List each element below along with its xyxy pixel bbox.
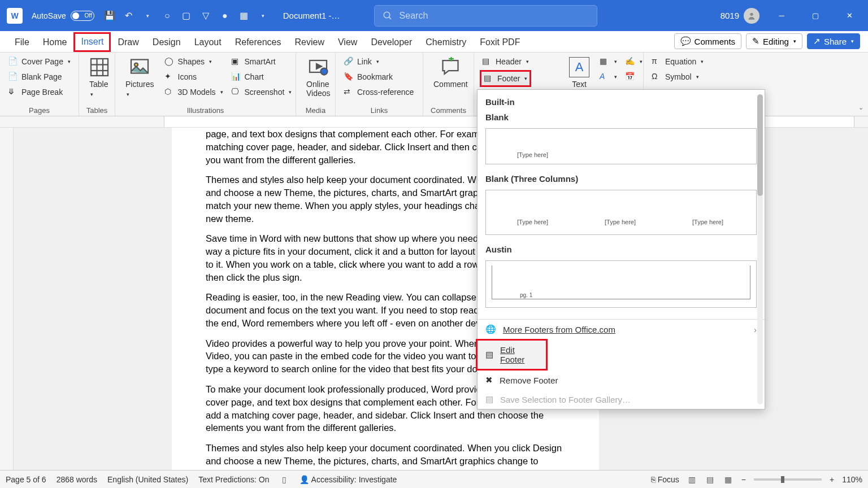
minimize-button[interactable]: ─ bbox=[770, 7, 793, 24]
online-videos-button[interactable]: Online Videos bbox=[302, 55, 335, 100]
record-icon[interactable]: ● bbox=[219, 10, 231, 22]
tab-references[interactable]: References bbox=[228, 34, 288, 52]
editing-mode-button[interactable]: ✎ Editing ▾ bbox=[746, 33, 802, 49]
collapse-ribbon-icon[interactable]: ⌄ bbox=[858, 104, 863, 111]
search-box[interactable]: Search bbox=[374, 5, 597, 27]
screenshot-button[interactable]: 🖵Screenshot▾ bbox=[229, 85, 294, 99]
status-bar: Page 5 of 6 2868 words English (United S… bbox=[0, 470, 868, 488]
document-title: Document1 -… bbox=[283, 11, 340, 20]
date-time-button[interactable]: 📅 bbox=[623, 70, 645, 84]
edit-footer-menu-item[interactable]: ▤Edit Footer bbox=[476, 339, 548, 371]
group-tables-label: Tables bbox=[85, 105, 109, 115]
close-button[interactable]: ✕ bbox=[837, 7, 861, 24]
icons-button[interactable]: ✦Icons bbox=[162, 70, 225, 84]
gallery-item-blank[interactable]: [Type here] bbox=[485, 128, 757, 164]
zoom-out-button[interactable]: − bbox=[741, 475, 746, 484]
status-page[interactable]: Page 5 of 6 bbox=[6, 475, 46, 484]
filter-icon[interactable]: ▽ bbox=[199, 10, 212, 22]
paragraph: Themes and styles also help keep your do… bbox=[206, 442, 565, 470]
qat-icon-2[interactable]: ▦ bbox=[238, 10, 250, 22]
gallery-item-austin[interactable]: pg. 1 bbox=[485, 260, 757, 308]
group-links-label: Links bbox=[341, 105, 417, 115]
save-to-gallery-menu-item: ▤Save Selection to Footer Gallery… bbox=[478, 390, 765, 409]
svg-point-0 bbox=[384, 12, 390, 18]
undo-chevron-icon[interactable]: ▾ bbox=[142, 10, 154, 22]
blank-page-button[interactable]: 📄Blank Page bbox=[6, 70, 73, 84]
share-button[interactable]: ↗ Share ▾ bbox=[807, 33, 860, 49]
search-icon bbox=[383, 11, 393, 21]
comment-button[interactable]: Comment bbox=[429, 55, 472, 91]
remove-footer-menu-item[interactable]: ✖Remove Footer bbox=[478, 371, 765, 390]
tab-file[interactable]: File bbox=[8, 34, 36, 52]
qat-icon-1[interactable]: ▢ bbox=[180, 10, 193, 22]
link-button[interactable]: 🔗Link▾ bbox=[341, 55, 416, 68]
signature-button[interactable]: ✍▾ bbox=[623, 55, 645, 68]
svg-point-2 bbox=[750, 12, 753, 15]
svg-line-1 bbox=[389, 17, 391, 19]
zoom-level[interactable]: 110% bbox=[842, 475, 862, 484]
user-account[interactable]: 8019 bbox=[721, 8, 760, 24]
read-mode-icon[interactable]: ▥ bbox=[687, 474, 697, 485]
tab-developer[interactable]: Developer bbox=[364, 34, 419, 52]
group-comments-label: Comments bbox=[429, 105, 468, 115]
undo-icon[interactable]: ↶ bbox=[123, 10, 135, 22]
svg-rect-3 bbox=[91, 59, 108, 76]
zoom-slider[interactable] bbox=[754, 478, 822, 481]
page-break-button[interactable]: ⤋Page Break bbox=[6, 85, 73, 99]
gallery-heading-builtin: Built-in bbox=[484, 94, 758, 110]
status-word-count[interactable]: 2868 words bbox=[57, 475, 97, 484]
vertical-ruler[interactable] bbox=[0, 128, 14, 470]
cross-reference-button[interactable]: ⇄Cross-reference bbox=[341, 85, 416, 99]
shapes-button[interactable]: ◯Shapes▾ bbox=[162, 55, 225, 68]
3d-models-button[interactable]: ⬡3D Models▾ bbox=[162, 85, 225, 99]
table-button[interactable]: Table ▾ bbox=[85, 55, 114, 100]
tab-draw[interactable]: Draw bbox=[111, 34, 145, 52]
symbol-button[interactable]: ΩSymbol▾ bbox=[649, 70, 706, 84]
text-box-button[interactable]: AText bbox=[565, 55, 594, 91]
status-text-predictions[interactable]: Text Predictions: On bbox=[198, 475, 269, 484]
ribbon-tabs: File Home Insert Draw Design Layout Refe… bbox=[0, 31, 868, 53]
gallery-item-blank-label: Blank bbox=[484, 110, 758, 125]
group-pages-label: Pages bbox=[6, 105, 73, 115]
word-app-icon: W bbox=[7, 8, 23, 24]
web-layout-icon[interactable]: ▦ bbox=[723, 474, 734, 485]
tab-layout[interactable]: Layout bbox=[188, 34, 228, 52]
wordart-button[interactable]: A▾ bbox=[597, 70, 619, 84]
status-accessibility[interactable]: 👤 Accessibility: Investigate bbox=[300, 475, 397, 484]
chart-button[interactable]: 📊Chart bbox=[229, 70, 294, 84]
focus-mode-button[interactable]: ⎘ Focus bbox=[651, 475, 679, 484]
maximize-button[interactable]: ▢ bbox=[804, 7, 827, 24]
tab-foxit[interactable]: Foxit PDF bbox=[473, 34, 527, 52]
redo-icon[interactable]: ○ bbox=[161, 10, 173, 22]
comments-button[interactable]: 💬 Comments bbox=[674, 33, 742, 49]
avatar-icon bbox=[744, 8, 760, 24]
gallery-item-blank-three-columns[interactable]: [Type here] [Type here] [Type here] bbox=[485, 190, 757, 235]
quick-parts-button[interactable]: ▦▾ bbox=[597, 55, 619, 68]
print-layout-icon[interactable]: ▤ bbox=[705, 474, 715, 485]
save-icon[interactable]: 💾 bbox=[103, 10, 116, 22]
bookmark-button[interactable]: 🔖Bookmark bbox=[341, 70, 416, 84]
globe-icon: 🌐 bbox=[485, 324, 496, 334]
status-language[interactable]: English (United States) bbox=[107, 475, 188, 484]
qat-more-icon[interactable]: ▾ bbox=[257, 10, 270, 22]
zoom-in-button[interactable]: + bbox=[830, 475, 834, 484]
macro-icon[interactable]: ▯ bbox=[279, 474, 289, 485]
tab-view[interactable]: View bbox=[331, 34, 364, 52]
tab-insert[interactable]: Insert bbox=[73, 32, 111, 52]
tab-design[interactable]: Design bbox=[146, 34, 188, 52]
footer-button[interactable]: ▤Footer▾ bbox=[480, 70, 531, 87]
save-gallery-icon: ▤ bbox=[485, 394, 493, 404]
remove-icon: ✖ bbox=[485, 375, 493, 385]
cover-page-button[interactable]: 📄Cover Page▾ bbox=[6, 55, 73, 68]
tab-chemistry[interactable]: Chemistry bbox=[419, 34, 473, 52]
equation-button[interactable]: πEquation▾ bbox=[649, 55, 706, 68]
pictures-button[interactable]: Pictures ▾ bbox=[121, 55, 159, 100]
header-button[interactable]: ▤Header▾ bbox=[480, 55, 531, 68]
tab-review[interactable]: Review bbox=[288, 34, 331, 52]
more-footers-menu-item[interactable]: 🌐More Footers from Office.com› bbox=[478, 320, 765, 339]
autosave-toggle[interactable]: AutoSave Off bbox=[32, 11, 94, 21]
smartart-button[interactable]: ▣SmartArt bbox=[229, 55, 294, 68]
tab-home[interactable]: Home bbox=[36, 34, 74, 52]
group-media-label: Media bbox=[302, 105, 329, 115]
gallery-scrollbar[interactable] bbox=[757, 94, 763, 319]
